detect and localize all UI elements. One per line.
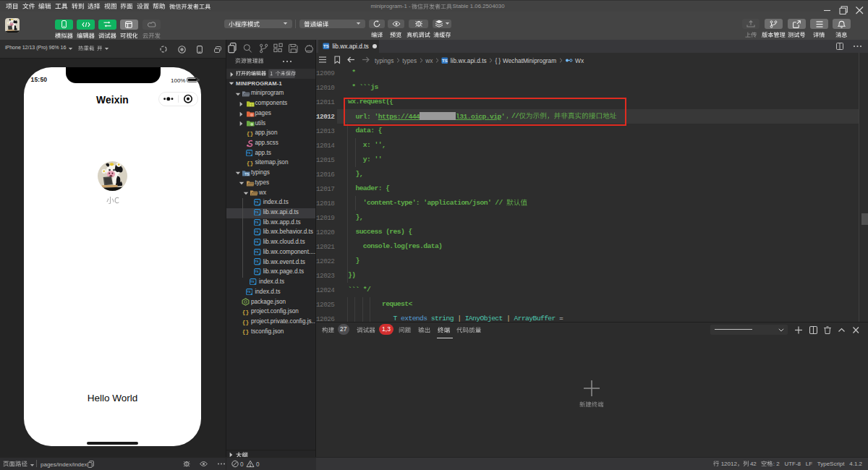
svg-text:TS: TS: [255, 249, 259, 253]
svg-text:TS: TS: [255, 220, 259, 223]
svg-text:{}: {}: [247, 130, 253, 137]
svg-text:TS: TS: [247, 150, 251, 154]
svg-text:TS: TS: [255, 240, 259, 244]
svg-text:TS: TS: [255, 230, 259, 234]
svg-text:{}: {}: [247, 160, 253, 166]
svg-text:TS: TS: [255, 260, 259, 263]
svg-text:{}: {}: [242, 329, 249, 336]
svg-text:TS: TS: [442, 59, 448, 63]
svg-text:TS: TS: [255, 210, 259, 213]
svg-text:{}: {}: [242, 309, 249, 315]
svg-text:{}: {}: [242, 319, 249, 325]
svg-text:TS: TS: [250, 279, 255, 283]
svg-text:TS: TS: [323, 45, 329, 49]
svg-text:TS: TS: [247, 289, 251, 293]
svg-text:TS: TS: [244, 172, 250, 176]
svg-text:TS: TS: [255, 270, 259, 273]
svg-text:TS: TS: [255, 200, 259, 204]
